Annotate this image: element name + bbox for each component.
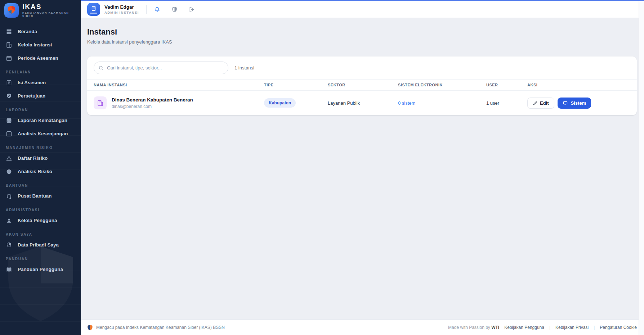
- sidebar-item-label: Kelola Pengguna: [18, 218, 57, 223]
- scrollbar[interactable]: [639, 1, 644, 335]
- page-title: Instansi: [87, 27, 637, 37]
- user-name: Vadim Edgar: [104, 4, 139, 10]
- sidebar-item-periode-asesmen[interactable]: Periode Asesmen: [0, 51, 81, 65]
- cell-tipe: Kabupaten: [264, 98, 328, 108]
- sidebar-section-administrasi: ADMINISTRASI: [6, 208, 75, 212]
- brand-logo-icon: [4, 3, 19, 18]
- sidebar-item-analisis-risiko[interactable]: Analisis Risiko: [0, 165, 81, 178]
- made-with-text: Made with Passion by WTI: [448, 325, 499, 330]
- headset-icon: [6, 193, 12, 199]
- sidebar-item-daftar-risiko[interactable]: Daftar Risiko: [0, 151, 81, 165]
- brand-name: IKAS: [22, 3, 77, 10]
- bell-icon: [154, 6, 161, 13]
- shield-check-icon: [6, 93, 12, 99]
- calendar-icon: [6, 55, 12, 62]
- search-input[interactable]: [94, 62, 228, 74]
- edit-button-label: Edit: [540, 100, 549, 106]
- sidebar-item-label: Persetujuan: [18, 93, 45, 99]
- sidebar-item-label: Data Pribadi Saya: [18, 242, 59, 248]
- sidebar-item-persetujuan[interactable]: Persetujuan: [0, 89, 81, 103]
- page-subtitle: Kelola data instansi penyelenggara IKAS: [87, 39, 637, 45]
- pencil-icon: [533, 101, 537, 105]
- sidebar-item-label: Pusat Bantuan: [18, 193, 52, 199]
- shield-half-icon: [171, 6, 178, 13]
- avatar-caption-bar: [90, 13, 97, 14]
- sidebar-item-panduan-pengguna[interactable]: Panduan Pengguna: [0, 263, 81, 276]
- sistem-button[interactable]: Sistem: [558, 98, 591, 109]
- sidebar-item-analisis-kesenjangan[interactable]: Analisis Kesenjangan: [0, 127, 81, 140]
- sidebar-item-label: Panduan Pengguna: [18, 267, 63, 272]
- col-sistem-elektronik: SISTEM ELEKTRONIK: [398, 83, 486, 87]
- link-kebijakan-privasi[interactable]: Kebijakan Privasi: [555, 325, 589, 330]
- page-content: Instansi Kelola data instansi penyelengg…: [81, 18, 644, 320]
- monitor-icon: [563, 100, 568, 106]
- app-root: IKAS KEMATANGAN KEAMANAN SIBER Beranda K…: [0, 0, 644, 335]
- sidebar-section-manajemen-risiko: MANAJEMEN RISIKO: [6, 146, 75, 150]
- sidebar-item-data-pribadi[interactable]: Data Pribadi Saya: [0, 238, 81, 252]
- link-pengaturan-cookie[interactable]: Pengaturan Cookie: [600, 325, 637, 330]
- security-button[interactable]: [171, 6, 178, 13]
- user-avatar: [87, 3, 100, 16]
- sidebar: IKAS KEMATANGAN KEAMANAN SIBER Beranda K…: [0, 0, 81, 335]
- sidebar-item-pusat-bantuan[interactable]: Pusat Bantuan: [0, 189, 81, 203]
- logout-icon: [188, 6, 195, 13]
- card-toolbar: 1 instansi: [87, 56, 637, 79]
- edit-button[interactable]: Edit: [527, 98, 554, 109]
- search-wrap: [94, 62, 228, 74]
- sistem-button-label: Sistem: [571, 100, 586, 106]
- user-icon: [6, 217, 12, 224]
- chart-box-icon: [6, 131, 12, 137]
- instansi-card: 1 instansi NAMA INSTANSI TIPE SEKTOR SIS…: [87, 56, 637, 115]
- instansi-count: 1 instansi: [234, 65, 254, 71]
- sidebar-item-kelola-instansi[interactable]: Kelola Instansi: [0, 38, 81, 51]
- sidebar-item-label: Daftar Risiko: [18, 155, 48, 161]
- sidebar-section-panduan: PANDUAN: [6, 257, 75, 261]
- search-icon: [98, 65, 104, 71]
- sidebar-item-beranda[interactable]: Beranda: [0, 25, 81, 38]
- user-role: ADMIN INSTANSI: [104, 10, 139, 14]
- footer-separator: |: [549, 325, 550, 330]
- cell-user: 1 user: [486, 100, 527, 106]
- building-icon: [6, 42, 12, 48]
- dashboard-icon: [6, 28, 12, 35]
- sidebar-item-label: Laporan Kematangan: [18, 118, 67, 123]
- table-row: Dinas Beneran Kabupaten Beneran dinas@be…: [87, 91, 637, 115]
- instansi-identity: Dinas Beneran Kabupaten Beneran dinas@be…: [112, 97, 193, 109]
- footer-reference: Mengacu pada Indeks Kematangan Keamanan …: [87, 325, 225, 331]
- col-tipe: TIPE: [264, 83, 328, 87]
- sidebar-item-label: Kelola Instansi: [18, 42, 52, 47]
- brand-text: IKAS KEMATANGAN KEAMANAN SIBER: [22, 3, 77, 18]
- col-sektor: SEKTOR: [328, 83, 398, 87]
- footer: Mengacu pada Indeks Kematangan Keamanan …: [81, 320, 644, 335]
- cell-aksi: Edit Sistem: [527, 98, 630, 109]
- sidebar-item-isi-asesmen[interactable]: Isi Asesmen: [0, 76, 81, 89]
- sistem-count-link[interactable]: 0 sistem: [398, 100, 415, 106]
- user-menu[interactable]: Vadim Edgar ADMIN INSTANSI: [87, 3, 139, 16]
- sidebar-item-laporan-kematangan[interactable]: Laporan Kematangan: [0, 114, 81, 127]
- table-header: NAMA INSTANSI TIPE SEKTOR SISTEM ELEKTRO…: [87, 79, 637, 91]
- instansi-avatar: [94, 96, 107, 109]
- link-kebijakan-pengguna[interactable]: Kebijakan Pengguna: [504, 325, 544, 330]
- book-icon: [6, 266, 12, 273]
- building-icon: [97, 100, 104, 107]
- col-user: USER: [486, 83, 527, 87]
- sidebar-section-penilaian: PENILAIAN: [6, 70, 75, 74]
- sidebar-item-label: Analisis Risiko: [18, 169, 52, 174]
- topbar-icons: [154, 6, 195, 13]
- main-area: Vadim Edgar ADMIN INSTANSI: [81, 0, 644, 335]
- sidebar-item-kelola-pengguna[interactable]: Kelola Pengguna: [0, 214, 81, 227]
- col-aksi: AKSI: [527, 83, 630, 87]
- cell-sistem-elektronik: 0 sistem: [398, 100, 486, 106]
- sidebar-item-label: Periode Asesmen: [18, 55, 58, 61]
- brand[interactable]: IKAS KEMATANGAN KEAMANAN SIBER: [0, 0, 81, 21]
- alert-circle-icon: [6, 168, 12, 175]
- sidebar-nav: Beranda Kelola Instansi Periode Asesm: [0, 21, 81, 276]
- tipe-badge: Kabupaten: [264, 98, 296, 108]
- sidebar-section-akun-saya: AKUN SAYA: [6, 232, 75, 236]
- shield-icon: [6, 242, 12, 248]
- logout-button[interactable]: [188, 6, 195, 13]
- col-nama-instansi: NAMA INSTANSI: [94, 83, 264, 87]
- sidebar-section-laporan: LAPORAN: [6, 108, 75, 112]
- notifications-button[interactable]: [154, 6, 161, 13]
- cell-sektor: Layanan Publik: [328, 100, 398, 106]
